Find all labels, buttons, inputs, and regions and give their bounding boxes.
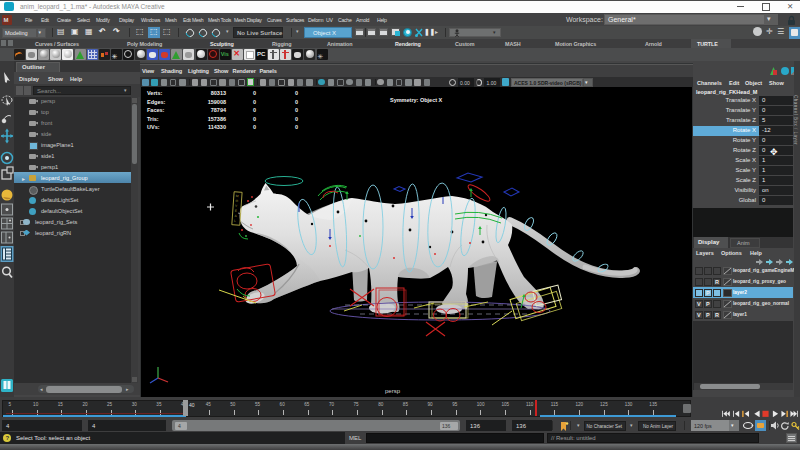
svg-text:M: M (236, 194, 239, 198)
svg-text:L: L (234, 219, 236, 223)
svg-text:A: A (234, 214, 237, 218)
svg-text:E: E (235, 209, 237, 213)
svg-text:V: V (235, 204, 238, 208)
svg-text:O: O (235, 199, 238, 203)
